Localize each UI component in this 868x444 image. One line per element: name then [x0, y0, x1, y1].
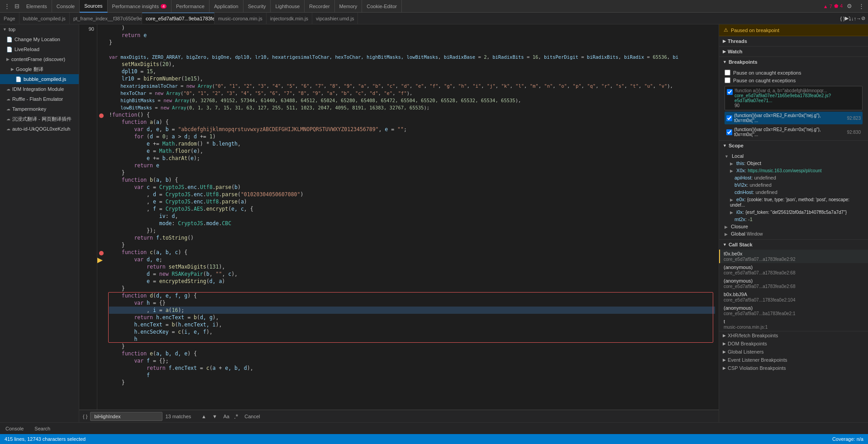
bp1-checkbox[interactable] — [727, 89, 733, 95]
sidebar-item-bubble-compiled[interactable]: 📄 bubble_compiled.js — [0, 74, 79, 84]
step-icon[interactable]: → — [856, 16, 861, 21]
sidebar-item-tampermonkey[interactable]: ☁ Tampermonkey — [0, 104, 79, 114]
scope-this[interactable]: ▶ this: Object — [730, 160, 863, 167]
code-content[interactable]: ) return e } var maxDigits, ZERO_ARRAY, … — [105, 24, 719, 410]
pause-resume-icon[interactable]: ▶ — [845, 15, 849, 21]
bp1-file: core_e5d7af9a07ee71b65e9eba1783fea0e2.js… — [734, 93, 860, 103]
scope-x0x[interactable]: ▶ X0x: https://music.163.com/wespi/pl/co… — [730, 167, 863, 174]
bp2-checkbox[interactable] — [726, 115, 732, 121]
code-line: , d = CryptoJS.enc.Utf8.parse("010203040… — [109, 191, 715, 198]
sidebar-item-change-location[interactable]: 📄 Change My Location — [0, 34, 79, 44]
regex-button[interactable]: .* — [234, 413, 238, 420]
sidebar-item-auto-id[interactable]: ☁ auto-id-UkQOGL0xeKzIuh — [0, 124, 79, 134]
tab-recorder[interactable]: Recorder — [305, 0, 334, 13]
file-tab-bubble[interactable]: bubble_compiled.js — [19, 13, 70, 24]
sidebar-item-label: 沉浸式翻译 - 网页翻译插件 — [12, 116, 72, 123]
code-line: h.encSecKey = c(i, e, f), — [109, 328, 715, 335]
more-icon[interactable]: ⋮ — [856, 1, 866, 11]
cancel-search-button[interactable]: Cancel — [244, 414, 260, 419]
call-stack-item-1[interactable]: (anonymous) core_e5d7af9a07...a1783fea0e… — [719, 263, 868, 277]
tab-security[interactable]: Security — [243, 0, 271, 13]
tab-memory[interactable]: Memory — [335, 0, 362, 13]
code-line: iv: d, — [109, 213, 715, 220]
scope-e0x[interactable]: ▶ e0x: {cookie: true, type: 'json', meth… — [730, 196, 863, 208]
breakpoint-item-3[interactable]: (function(){var c0x=REJ_F.eulx=0x("nej.g… — [725, 126, 863, 138]
code-scroll-area[interactable]: 90 — [79, 24, 719, 410]
sidebar-item-idm[interactable]: ☁ IDM Integration Module — [0, 84, 79, 94]
sidebar-item-ruffle[interactable]: ☁ Ruffle - Flash Emulator — [0, 94, 79, 104]
tab-console[interactable]: Console — [52, 0, 80, 13]
dom-header[interactable]: ▶ DOM Breakpoints — [719, 340, 868, 348]
sidebar-item-livereload[interactable]: 📄 LiveReload — [0, 44, 79, 54]
file-tab-music-corona[interactable]: music-corona.min.js — [215, 13, 267, 24]
status-bar: 415 lines, 12743 characters selected Cov… — [0, 434, 868, 444]
tab-sources[interactable]: Sources — [80, 0, 107, 13]
file-tab-pt-frame[interactable]: pt_frame_index__f387c650e9eb05 — [70, 13, 142, 24]
pause-caught-checkbox[interactable] — [725, 77, 730, 83]
breakpoints-content: Pause on uncaught exceptions Pause on ca… — [719, 67, 868, 140]
tab-performance-insights[interactable]: Performance insights 4 — [108, 0, 172, 13]
file-tab-injectorsdk[interactable]: injectorsdk.min.js — [267, 13, 312, 24]
code-line: return e — [109, 32, 715, 39]
tab-search-bottom[interactable]: Search — [29, 423, 56, 435]
devtools-dock-icon[interactable]: ⊟ — [12, 1, 22, 11]
file-tab-core[interactable]: core_e5d7af9a07...9eba1783fea0e2 ✕ — [142, 13, 215, 24]
file-tab-page[interactable]: Page — [0, 13, 19, 24]
scope-cdnhost: cdnHost: undefined — [730, 189, 863, 196]
xhr-header[interactable]: ▶ XHR/fetch Breakpoints — [719, 331, 868, 340]
pause-uncaught-checkbox[interactable] — [725, 70, 730, 76]
watch-header[interactable]: ▶ Watch — [719, 47, 868, 57]
call-stack-item-5[interactable]: t music-corona.min.js:1 — [719, 317, 868, 331]
threads-header[interactable]: ▶ Threads — [719, 36, 868, 46]
call-stack-item-0[interactable]: t0x.be0x core_e5d7af9a07...a1783fea0e2:9… — [719, 250, 868, 263]
tab-console-bottom[interactable]: Console — [0, 423, 29, 435]
deactivate-breakpoints-icon[interactable]: ⊘ — [861, 15, 865, 21]
code-line: return h.encText = b(d, g), — [109, 314, 715, 321]
scope-section: ▼ Scope ▼ Local ▶ this: Object ▶ — [719, 141, 868, 240]
scope-header[interactable]: ▼ Scope — [719, 141, 868, 151]
code-line: , e = CryptoJS.enc.Utf8.parse(a) — [109, 198, 715, 205]
sidebar-item-top[interactable]: ▼ top — [0, 24, 79, 34]
scope-local[interactable]: ▼ Local — [725, 152, 863, 160]
tab-cookie-editor[interactable]: Cookie-Editor — [362, 0, 402, 13]
scope-local-items: ▶ this: Object ▶ X0x: https://music.163.… — [725, 160, 863, 223]
tab-performance[interactable]: Performance — [172, 0, 210, 13]
tab-elements[interactable]: Elements — [22, 0, 52, 13]
tab-application[interactable]: Application — [210, 0, 243, 13]
line-numbers: 90 — [79, 24, 97, 410]
scope-global[interactable]: ▶ Global Window — [725, 230, 863, 237]
sidebar-item-contentframe[interactable]: ▶ contentFrame (discover) — [0, 54, 79, 64]
sidebar-item-label: Tampermonkey — [12, 106, 46, 112]
global-listeners-header[interactable]: ▶ Global Listeners — [719, 348, 868, 356]
scope-closure[interactable]: ▶ Closure — [725, 223, 863, 230]
file-tab-vipcashier[interactable]: vipcashier.umd.js — [312, 13, 358, 24]
bp3-checkbox[interactable] — [726, 129, 732, 135]
csp-header[interactable]: ▶ CSP Violation Breakpoints — [719, 364, 868, 372]
breakpoint-item-2[interactable]: (function(){var c0x=REJ_F.eulx=0x("nej.g… — [725, 112, 863, 124]
scope-i0x[interactable]: ▶ i0x: {esrf_token: "def2561f2bf0da71b40… — [730, 208, 863, 216]
breakpoint-item-1[interactable]: !function a(){var d, a, b="abcdefghijklm… — [725, 86, 863, 110]
call-stack-item-2[interactable]: (anonymous) core_e5d7af9a07...a1783fea0e… — [719, 277, 868, 290]
search-input[interactable] — [90, 412, 162, 421]
code-line: e = Math.floor(e), — [109, 147, 715, 155]
watch-section: ▶ Watch — [719, 47, 868, 57]
scope-apihost: apiHost: undefined — [730, 174, 863, 181]
sidebar-item-google-translate[interactable]: ▶ Google 翻译 — [0, 64, 79, 74]
tab-lighthouse[interactable]: Lighthouse — [271, 0, 305, 13]
call-stack-item-4[interactable]: (anonymous) core_e5d7af9a07...ba1783fea0… — [719, 304, 868, 317]
prev-match-icon[interactable]: ▲ — [200, 412, 208, 420]
call-stack-item-3[interactable]: b0x.bbJ9A core_e5d7af9a07...1783fea0e2:1… — [719, 290, 868, 304]
call-stack-header[interactable]: ▼ Call Stack — [719, 240, 868, 250]
event-listener-header[interactable]: ▶ Event Listener Breakpoints — [719, 356, 868, 364]
next-match-icon[interactable]: ▼ — [210, 412, 219, 420]
sidebar-item-label: Ruffle - Flash Emulator — [12, 96, 63, 102]
format-icon[interactable]: { } — [840, 16, 845, 21]
devtools-menu-icon[interactable]: ⋮ — [2, 1, 12, 11]
right-panel: ⚠ Paused on breakpoint ▶ Threads ▶ Watch — [719, 24, 868, 422]
breakpoints-section: ▼ Breakpoints Pause on uncaught exceptio… — [719, 57, 868, 141]
code-line: setMaxDigits(20), — [109, 61, 715, 68]
breakpoints-header[interactable]: ▼ Breakpoints — [719, 57, 868, 67]
settings-icon[interactable]: ⚙ — [844, 1, 854, 11]
sidebar-item-immersive[interactable]: ☁ 沉浸式翻译 - 网页翻译插件 — [0, 114, 79, 124]
match-case-button[interactable]: Aa — [221, 412, 231, 420]
